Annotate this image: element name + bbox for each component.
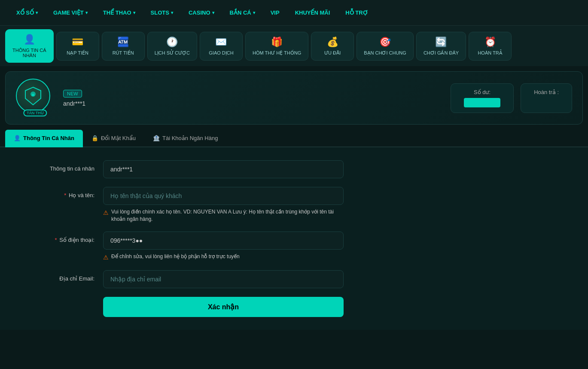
warning-phone-icon: ⚠ bbox=[103, 253, 109, 262]
history-icon: 🕐 bbox=[166, 37, 178, 48]
warning-icon: ⚠ bbox=[103, 209, 109, 217]
withdraw-icon: 🏧 bbox=[117, 37, 129, 48]
icon-btn-hop-thu[interactable]: 🎁 HÒM THƯ HỆ THỐNG bbox=[245, 32, 308, 61]
username-input[interactable] bbox=[103, 160, 344, 178]
nav-item-game-viet[interactable]: GAME VIỆT ▾ bbox=[46, 9, 95, 16]
so-du-value: ████ bbox=[464, 98, 500, 107]
ho-ten-hint: ⚠ Vui lòng điền chính xác họ tên. VD: NG… bbox=[103, 208, 344, 223]
ho-ten-label: * Họ và tên: bbox=[26, 187, 94, 198]
so-du-label: Số dư: bbox=[464, 89, 500, 95]
email-label: Địa chỉ Email: bbox=[26, 270, 94, 282]
icon-btn-choi-gan[interactable]: 🔄 CHƠI GẦN ĐÂY bbox=[416, 32, 466, 61]
icon-btn-hoan-tra[interactable]: ⏰ HOÀN TRẢ bbox=[469, 32, 512, 61]
nav-item-xo-so[interactable]: XỔ SỐ ▾ bbox=[9, 9, 46, 16]
so-dien-thoai-input-wrap: ⚠ Để chỉnh sửa, vui lòng liên hệ bộ phận… bbox=[103, 232, 344, 262]
hoan-tra-box: Hoàn trả : bbox=[521, 83, 572, 113]
new-badge: NEW bbox=[63, 90, 82, 98]
so-dien-thoai-label: * Số điện thoại: bbox=[26, 232, 94, 243]
mailbox-icon: 🎁 bbox=[271, 37, 283, 48]
tab-thong-tin[interactable]: 👤 Thông Tin Cá Nhân bbox=[5, 130, 83, 147]
email-input-wrap bbox=[103, 270, 344, 288]
email-input[interactable] bbox=[103, 270, 344, 288]
deposit-icon: 💳 bbox=[72, 37, 83, 48]
tab-bar: 👤 Thông Tin Cá Nhân 🔒 Đổi Mật Khẩu 🏦 Tài… bbox=[0, 130, 588, 147]
icon-btn-giao-dich[interactable]: ✉️ GIAO DỊCH bbox=[200, 32, 243, 61]
game-viet-arrow-icon: ▾ bbox=[85, 10, 88, 15]
avatar-area: TÂN THỦ bbox=[16, 79, 55, 117]
nav-item-vip[interactable]: VIP bbox=[263, 9, 287, 16]
the-thao-arrow-icon: ▾ bbox=[133, 10, 135, 15]
form-row-ho-ten: * Họ và tên: ⚠ Vui lòng điền chính xác h… bbox=[26, 187, 562, 223]
nav-item-ho-tro[interactable]: HỖ TRỢ bbox=[338, 9, 375, 16]
user-icon: 👤 bbox=[24, 34, 35, 45]
nav-item-slots[interactable]: SLOTS ▾ bbox=[143, 9, 181, 16]
nav-item-ban-ca[interactable]: BẮN CÁ ▾ bbox=[222, 9, 263, 16]
svg-point-2 bbox=[32, 94, 34, 96]
promo-icon: 💰 bbox=[327, 37, 338, 48]
form-row-email: Địa chỉ Email: bbox=[26, 270, 562, 288]
ban-ca-arrow-icon: ▾ bbox=[253, 10, 255, 15]
transaction-icon: ✉️ bbox=[215, 37, 227, 48]
so-du-box: Số dư: ████ bbox=[451, 83, 514, 113]
profile-username: andr***1 bbox=[63, 100, 442, 107]
ho-ten-input-wrap: ⚠ Vui lòng điền chính xác họ tên. VD: NG… bbox=[103, 187, 344, 223]
icon-btn-nap-tien[interactable]: 💳 NẠP TIỀN bbox=[56, 32, 99, 61]
friends-icon: 🎯 bbox=[379, 37, 391, 48]
profile-info: NEW andr***1 bbox=[63, 89, 442, 107]
lock-tab-icon: 🔒 bbox=[91, 135, 98, 141]
so-dien-thoai-hint: ⚠ Để chỉnh sửa, vui lòng liên hệ bộ phận… bbox=[103, 253, 344, 262]
profile-banner: TÂN THỦ NEW andr***1 Số dư: ████ Hoàn tr… bbox=[5, 71, 583, 125]
so-dien-thoai-input[interactable] bbox=[103, 232, 344, 250]
xo-so-arrow-icon: ▾ bbox=[36, 10, 38, 15]
form-row-so-dien-thoai: * Số điện thoại: ⚠ Để chỉnh sửa, vui lòn… bbox=[26, 232, 562, 262]
casino-arrow-icon: ▾ bbox=[212, 10, 214, 15]
recent-icon: 🔄 bbox=[435, 37, 447, 48]
top-navigation: XỔ SỐ ▾ GAME VIỆT ▾ THỂ THAO ▾ SLOTS ▾ C… bbox=[0, 0, 588, 26]
form-area: Thông tin cá nhân * Họ và tên: ⚠ Vui lòn… bbox=[0, 147, 588, 330]
nav-item-khuyen-mai[interactable]: KHUYẾN MÃI bbox=[287, 9, 338, 16]
shield-avatar-icon bbox=[24, 86, 42, 106]
bank-tab-icon: 🏦 bbox=[153, 135, 160, 141]
username-input-wrap bbox=[103, 160, 344, 178]
icon-btn-lich-su[interactable]: 🕐 LỊCH SỬ CƯỢC bbox=[147, 32, 197, 61]
username-label: Thông tin cá nhân bbox=[26, 160, 94, 172]
icon-btn-uu-dai[interactable]: 💰 ƯU ĐÃI bbox=[311, 32, 354, 61]
avatar bbox=[16, 79, 50, 113]
slots-arrow-icon: ▾ bbox=[171, 10, 173, 15]
icon-menu-bar: 👤 THÔNG TIN CÁ NHÂN 💳 NẠP TIỀN 🏧 RÚT TIỀ… bbox=[0, 26, 588, 66]
icon-btn-ban-choi[interactable]: 🎯 BẠN CHƠI CHUNG bbox=[356, 32, 414, 61]
submit-button[interactable]: Xác nhận bbox=[103, 297, 344, 317]
rebate-icon: ⏰ bbox=[484, 37, 496, 48]
tan-thu-badge: TÂN THỦ bbox=[23, 110, 47, 116]
user-tab-icon: 👤 bbox=[14, 135, 21, 141]
ho-ten-input[interactable] bbox=[103, 187, 344, 205]
icon-btn-rut-tien[interactable]: 🏧 RÚT TIỀN bbox=[102, 32, 145, 61]
tab-tai-khoan[interactable]: 🏦 Tài Khoản Ngân Hàng bbox=[144, 130, 226, 147]
profile-stats: Số dư: ████ Hoàn trả : bbox=[451, 83, 572, 113]
tab-doi-mat-khau[interactable]: 🔒 Đổi Mật Khẩu bbox=[83, 130, 144, 147]
icon-btn-thong-tin[interactable]: 👤 THÔNG TIN CÁ NHÂN bbox=[5, 29, 54, 63]
form-row-username: Thông tin cá nhân bbox=[26, 160, 562, 178]
nav-item-casino[interactable]: CASINO ▾ bbox=[181, 9, 222, 16]
hoan-tra-label: Hoàn trả : bbox=[534, 89, 559, 95]
nav-item-the-thao[interactable]: THỂ THAO ▾ bbox=[95, 9, 143, 16]
